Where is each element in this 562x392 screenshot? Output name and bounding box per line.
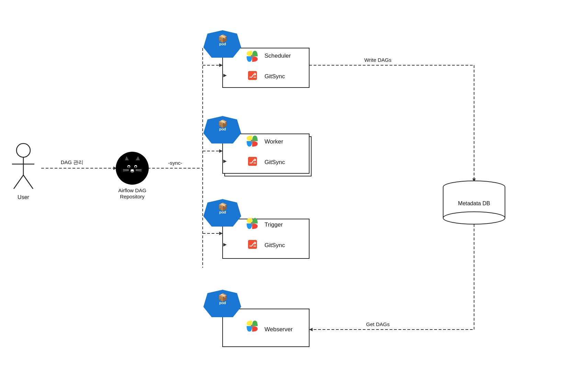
svg-point-36 xyxy=(128,166,130,168)
trigger-pod-badge: pod 📦 xyxy=(203,199,241,227)
svg-text:⎇: ⎇ xyxy=(249,158,256,165)
svg-point-23 xyxy=(16,143,30,157)
worker-gitsync-label: GitSync xyxy=(265,159,285,165)
airflow-dag-repo-label-line1: Airflow DAG xyxy=(118,187,146,193)
trigger-label: Trigger xyxy=(265,221,283,228)
svg-text:⎇: ⎇ xyxy=(249,72,256,79)
svg-point-29 xyxy=(123,159,142,176)
svg-marker-5 xyxy=(219,64,223,67)
diagram-svg: DAG 관리 -sync- Write DAGs Get DAGs xyxy=(0,0,562,392)
svg-text:📦: 📦 xyxy=(218,119,228,128)
svg-point-22 xyxy=(443,212,505,224)
svg-marker-15 xyxy=(309,328,313,331)
svg-point-52 xyxy=(251,222,254,225)
svg-point-46 xyxy=(251,55,254,58)
metadata-db-label: Metadata DB xyxy=(458,200,490,206)
webserver-pod-badge: pod 📦 xyxy=(203,290,241,317)
svg-point-37 xyxy=(135,166,137,168)
scheduler-gitsync-label: GitSync xyxy=(265,73,285,80)
diagram-container: DAG 관리 -sync- Write DAGs Get DAGs xyxy=(0,0,562,392)
worker-label: Worker xyxy=(265,138,283,145)
svg-text:📦: 📦 xyxy=(218,202,228,211)
sync-label: -sync- xyxy=(168,160,182,166)
airflow-dag-repo-label-line2: Repository xyxy=(120,194,145,199)
webserver-label: Webserver xyxy=(265,326,293,333)
dag-manage-label: DAG 관리 xyxy=(61,159,84,165)
svg-text:⎇: ⎇ xyxy=(249,241,256,248)
scheduler-label: Scheduler xyxy=(265,53,291,59)
svg-line-26 xyxy=(14,175,23,189)
user-label: User xyxy=(18,194,29,200)
svg-point-38 xyxy=(131,169,134,171)
svg-point-49 xyxy=(251,140,254,142)
write-dags-label: Write DAGs xyxy=(364,57,392,63)
svg-marker-9 xyxy=(219,232,223,235)
svg-line-27 xyxy=(23,175,33,189)
get-dags-label: Get DAGs xyxy=(366,321,390,327)
worker-pod-badge: pod 📦 xyxy=(203,116,241,143)
svg-point-55 xyxy=(251,325,254,327)
trigger-gitsync-label: GitSync xyxy=(265,242,285,249)
svg-text:📦: 📦 xyxy=(218,293,228,302)
scheduler-pod-badge: pod 📦 xyxy=(203,30,241,58)
svg-marker-7 xyxy=(219,149,223,153)
svg-text:📦: 📦 xyxy=(218,34,228,43)
